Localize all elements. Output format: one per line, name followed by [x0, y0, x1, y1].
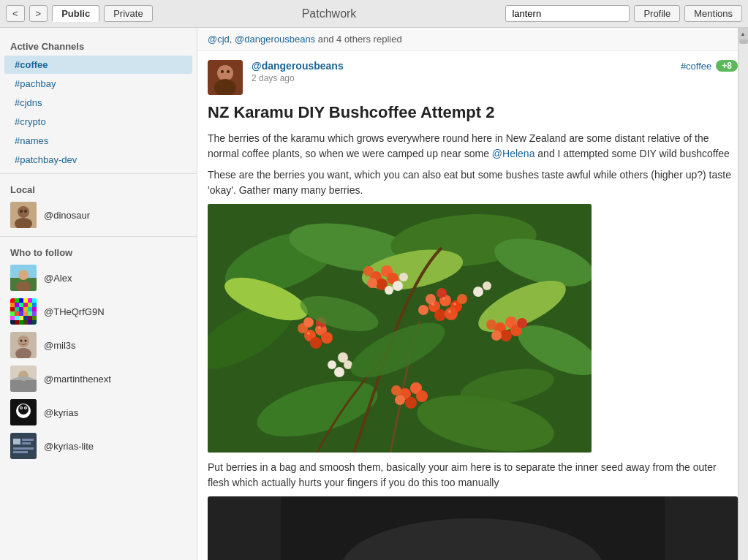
- svg-point-89: [457, 294, 467, 304]
- svg-rect-26: [32, 307, 37, 311]
- channel-names[interactable]: #names: [4, 132, 192, 150]
- channel-patchbay-dev[interactable]: #patchbay-dev: [4, 151, 192, 169]
- follow-user-kyrias-lite[interactable]: @kyrias-lite: [0, 429, 197, 463]
- post-paragraph-2: These are the berries you want, which yo…: [208, 167, 738, 198]
- avatar-dinosaur: [10, 202, 37, 228]
- follow-user-theqrfg9n[interactable]: @THeQrfG9N: [0, 295, 197, 328]
- replied-user1-link[interactable]: @cjd: [208, 34, 230, 45]
- avatar-kyrias: [10, 399, 37, 425]
- post-time: 2 days ago: [252, 73, 672, 83]
- app-title: Patchwork: [157, 7, 502, 20]
- svg-point-110: [367, 278, 377, 288]
- svg-rect-65: [13, 451, 28, 453]
- replied-user2-link[interactable]: @dangerousbeans: [235, 34, 315, 45]
- follow-user-alex-handle: @Alex: [44, 273, 72, 284]
- svg-point-104: [318, 326, 321, 329]
- post-author-name[interactable]: @dangerousbeans: [252, 60, 672, 72]
- svg-point-100: [321, 332, 333, 344]
- post-berry-image: [208, 204, 592, 453]
- scroll-up-arrow[interactable]: ▲: [738, 28, 748, 39]
- local-user-dinosaur-handle: @dinosaur: [44, 210, 90, 221]
- avatar-theqrfg9n: [10, 298, 37, 325]
- divider-2: [0, 236, 197, 237]
- svg-point-90: [437, 288, 447, 298]
- svg-rect-34: [15, 316, 19, 320]
- svg-rect-11: [19, 298, 23, 303]
- svg-rect-35: [19, 316, 23, 320]
- svg-point-95: [448, 310, 451, 313]
- follow-user-mil3s[interactable]: @mil3s: [0, 328, 197, 362]
- follow-user-martinthenext-handle: @martinthenext: [44, 374, 111, 385]
- active-channels-title: Active Channels: [0, 35, 197, 55]
- back-button[interactable]: <: [6, 5, 25, 22]
- svg-rect-15: [10, 303, 15, 307]
- svg-rect-60: [10, 433, 37, 459]
- post-header: @dangerousbeans 2 days ago #coffee +8: [208, 60, 738, 95]
- svg-rect-63: [22, 442, 31, 444]
- svg-point-120: [517, 318, 527, 328]
- para1-cont: and I attempted some DIY wild bushcoffee: [534, 148, 729, 159]
- svg-point-99: [310, 337, 322, 349]
- svg-point-7: [18, 270, 29, 280]
- post-container: @dangerousbeans 2 days ago #coffee +8 NZ…: [197, 51, 748, 560]
- avatar-mil3s: [10, 332, 37, 358]
- scroll-bar[interactable]: ▲: [738, 28, 748, 560]
- svg-point-92: [431, 303, 434, 306]
- post-tag-coffee[interactable]: #coffee: [681, 61, 711, 72]
- channel-pachbay[interactable]: #pachbay: [4, 75, 192, 93]
- svg-point-70: [227, 70, 230, 73]
- svg-point-67: [217, 65, 233, 81]
- svg-point-69: [221, 70, 224, 73]
- svg-point-55: [18, 404, 29, 415]
- local-user-dinosaur[interactable]: @dinosaur: [0, 198, 197, 232]
- follow-user-alex[interactable]: @Alex: [0, 261, 197, 295]
- mentions-button[interactable]: Mentions: [684, 5, 742, 22]
- svg-rect-18: [23, 303, 28, 307]
- svg-rect-40: [15, 320, 19, 325]
- svg-rect-21: [10, 307, 15, 311]
- search-input[interactable]: [505, 5, 630, 22]
- svg-point-3: [20, 210, 23, 213]
- content-area: ▲ @cjd, @dangerousbeans and 4 others rep…: [197, 28, 748, 560]
- post-tags-area: #coffee +8: [681, 60, 738, 72]
- public-tab[interactable]: Public: [52, 5, 99, 22]
- svg-point-130: [405, 397, 417, 409]
- follow-user-theqrfg9n-handle: @THeQrfG9N: [44, 306, 105, 317]
- post-tag-count: +8: [716, 60, 738, 72]
- follow-user-kyrias[interactable]: @kyrias: [0, 396, 197, 429]
- mention-helena-link[interactable]: @Helena: [492, 148, 535, 159]
- svg-point-119: [491, 330, 502, 341]
- svg-rect-17: [19, 303, 23, 307]
- svg-rect-25: [28, 307, 32, 311]
- svg-point-132: [395, 395, 405, 405]
- avatar-kyrias-lite: [10, 433, 37, 459]
- svg-point-87: [445, 307, 458, 320]
- who-to-follow-title: Who to follow: [0, 241, 197, 261]
- follow-user-martinthenext[interactable]: @martinthenext: [0, 362, 197, 396]
- svg-point-117: [500, 330, 512, 341]
- private-tab[interactable]: Private: [104, 5, 152, 22]
- svg-rect-10: [15, 298, 19, 303]
- svg-rect-29: [19, 311, 23, 316]
- forward-button[interactable]: >: [29, 5, 48, 22]
- svg-point-103: [307, 332, 310, 335]
- follow-user-kyrias-handle: @kyrias: [44, 407, 78, 418]
- svg-point-93: [442, 297, 445, 300]
- post-second-image: [208, 496, 738, 560]
- svg-rect-14: [32, 298, 37, 303]
- divider-1: [0, 173, 197, 174]
- svg-rect-36: [23, 316, 28, 320]
- profile-button[interactable]: Profile: [634, 5, 680, 22]
- channel-crypto[interactable]: #crypto: [4, 113, 192, 131]
- svg-rect-23: [19, 307, 23, 311]
- svg-point-113: [385, 286, 393, 295]
- topbar: < > Public Private Patchwork Profile Men…: [0, 0, 748, 28]
- avatar-martinthenext: [10, 366, 37, 392]
- channel-cjdns[interactable]: #cjdns: [4, 94, 192, 112]
- svg-rect-61: [13, 439, 20, 444]
- svg-rect-19: [28, 303, 32, 307]
- svg-rect-13: [28, 298, 32, 303]
- channel-coffee[interactable]: #coffee: [4, 56, 192, 74]
- svg-point-4: [24, 210, 27, 213]
- svg-point-86: [434, 309, 446, 321]
